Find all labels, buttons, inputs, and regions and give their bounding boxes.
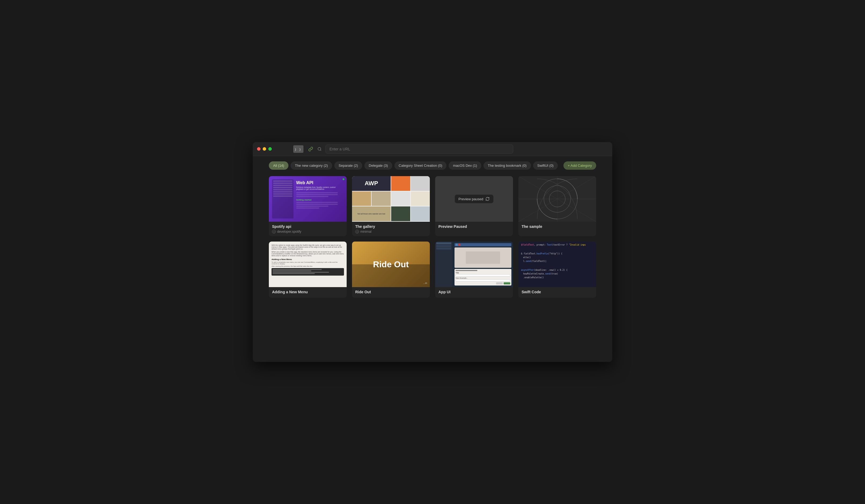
circles-graphic (518, 176, 596, 222)
bookmark-card-app[interactable]: Title https://example... (435, 242, 513, 298)
url-input[interactable] (325, 144, 513, 154)
tab-category-sheet[interactable]: Category Sheet Creation (0) (394, 161, 447, 170)
close-button[interactable] (257, 147, 261, 151)
card-title: Adding a New Menu (272, 290, 343, 294)
domain-icon (355, 230, 359, 234)
main-window: ) ) (253, 142, 612, 362)
app-logo: ) ) (293, 145, 303, 153)
card-domain: developer.spotify (272, 230, 343, 234)
bookmark-card-gallery[interactable]: AWP Not all those who wander are lost (352, 176, 430, 236)
domain-text: developer.spotify (277, 230, 301, 234)
maximize-button[interactable] (268, 147, 272, 151)
card-preview-ride: Ride Out ...m (352, 242, 430, 287)
card-info-ride: Ride Out (352, 287, 430, 298)
toolbar-icons (307, 145, 323, 153)
titlebar: ) ) (253, 142, 612, 156)
search-button[interactable] (316, 145, 323, 153)
tab-new-category[interactable]: The new category (2) (291, 161, 332, 170)
card-title: The gallery (355, 224, 427, 229)
tab-macos-dev[interactable]: macOS Dev (1) (449, 161, 481, 170)
card-title: Swift Code (522, 290, 593, 294)
ride-text: Ride Out (373, 259, 408, 269)
minimize-button[interactable] (263, 147, 266, 151)
tab-separate[interactable]: Separate (2) (334, 161, 362, 170)
card-preview-spotify: Web API Retrieve metadata from Spotify c… (269, 176, 347, 222)
paused-message: Preview paused (455, 195, 494, 203)
card-title: App UI (438, 290, 510, 294)
bookmark-card-ride[interactable]: Ride Out ...m Ride Out (352, 242, 430, 298)
card-title: Spotify api (272, 224, 343, 229)
bookmark-card-paused[interactable]: Preview paused Preview Paused (435, 176, 513, 236)
logo-icon: ) ) (293, 145, 303, 153)
window-controls (257, 147, 272, 151)
paused-text: Preview paused (459, 197, 484, 201)
card-info-sample: The sample (518, 222, 596, 232)
category-bar: All (14) The new category (2) Separate (… (269, 161, 596, 170)
link-button[interactable] (307, 145, 315, 153)
card-preview-gallery: AWP Not all those who wander are lost (352, 176, 430, 222)
card-info-spotify: Spotify api developer.spotify (269, 222, 347, 236)
card-preview-paused: Preview paused (435, 176, 513, 222)
bookmark-card-code[interactable]: $fieldText, prompt: Text(textError ? "In… (518, 242, 596, 298)
card-info-gallery: The gallery minimal (352, 222, 430, 236)
card-title: Ride Out (355, 290, 427, 294)
domain-text: minimal (360, 230, 371, 234)
tab-all[interactable]: All (14) (269, 161, 288, 170)
toolbar: ) ) (275, 144, 608, 154)
card-preview-app: Title https://example... (435, 242, 513, 287)
card-preview-code: $fieldText, prompt: Text(textError ? "In… (518, 242, 596, 287)
bookmark-grid: Web API Retrieve metadata from Spotify c… (269, 176, 596, 298)
bookmark-card-spotify[interactable]: Web API Retrieve metadata from Spotify c… (269, 176, 347, 236)
tab-delegate[interactable]: Delegate (3) (364, 161, 392, 170)
card-preview-sample (518, 176, 596, 222)
tab-testing-bookmark[interactable]: The testing bookmark (0) (484, 161, 531, 170)
refresh-icon (485, 197, 489, 201)
bookmark-card-article[interactable]: With the option to create apps using the… (269, 242, 347, 298)
card-info-code: Swift Code (518, 287, 596, 298)
card-domain: minimal (355, 230, 427, 234)
card-info-article: Adding a New Menu (269, 287, 347, 298)
card-title: The sample (522, 224, 593, 229)
domain-icon (272, 230, 276, 234)
card-title: Preview Paused (438, 224, 510, 229)
add-category-button[interactable]: + Add Category (563, 161, 596, 170)
tab-swiftui[interactable]: SwiftUI (0) (533, 161, 558, 170)
bookmark-card-sample[interactable]: The sample (518, 176, 596, 236)
card-preview-article: With the option to create apps using the… (269, 242, 347, 287)
svg-point-4 (318, 148, 321, 150)
card-info-app: App UI (435, 287, 513, 298)
main-content: All (14) The new category (2) Separate (… (253, 156, 612, 303)
card-info-paused: Preview Paused (435, 222, 513, 232)
